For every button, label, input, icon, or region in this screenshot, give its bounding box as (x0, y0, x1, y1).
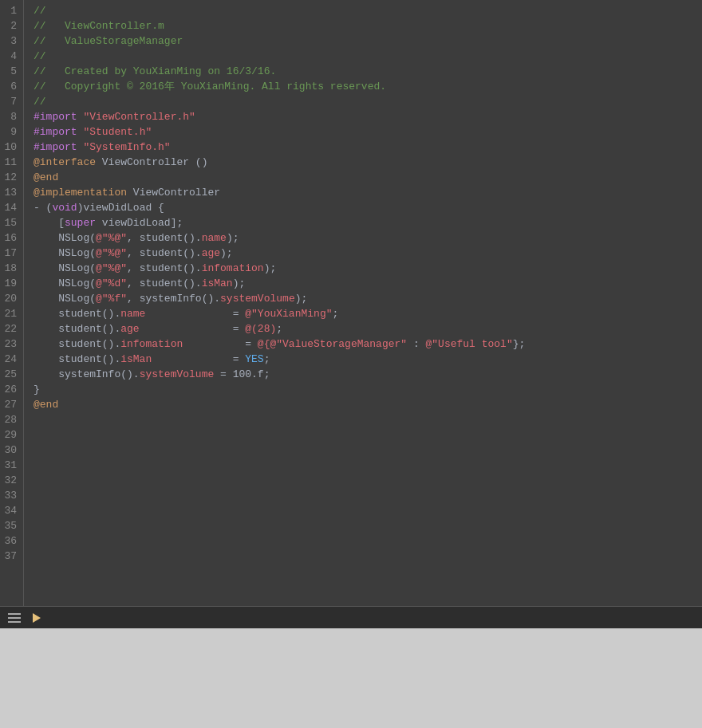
line-number: 25 (3, 367, 17, 382)
code-line: // (34, 49, 702, 64)
code-line: // ViewController.m (34, 18, 702, 33)
line-number: 18 (3, 261, 17, 276)
line-number: 20 (3, 291, 17, 306)
code-line: NSLog(@"%d", student().isMan); (34, 276, 702, 291)
line-number: 5 (3, 64, 17, 79)
code-line: NSLog(@"%@", student().infomation); (34, 261, 702, 276)
svg-rect-1 (8, 617, 21, 619)
code-line: // Created by YouXianMing on 16/3/16. (34, 64, 702, 79)
code-line: // (34, 3, 702, 18)
line-number: 22 (3, 321, 17, 336)
code-line: student().name = @"YouXianMing"; (34, 306, 702, 321)
code-line: // Copyright © 2016年 YouXianMing. All ri… (34, 79, 702, 94)
line-number: 8 (3, 109, 17, 124)
code-editor: 1234567891011121314151617181920212223242… (0, 0, 702, 628)
line-number: 15 (3, 215, 17, 230)
code-line: student().infomation = @{@"ValueStorageM… (34, 336, 702, 352)
line-number: 13 (3, 185, 17, 200)
line-number: 32 (3, 473, 17, 488)
code-line: // ValueStorageManager (34, 33, 702, 49)
line-number: 3 (3, 33, 17, 49)
toolbar (0, 606, 702, 628)
code-line: NSLog(@"%@", student().name); (34, 230, 702, 246)
line-number: 11 (3, 155, 17, 170)
line-number: 34 (3, 503, 17, 518)
line-number: 27 (3, 397, 17, 412)
code-line: @implementation ViewController (34, 185, 702, 200)
bottom-area (0, 628, 702, 728)
code-line: #import "SystemInfo.h" (34, 140, 702, 155)
line-number: 16 (3, 230, 17, 246)
code-line: #import "ViewController.h" (34, 109, 702, 124)
code-line: - (void)viewDidLoad { (34, 200, 702, 215)
code-area: 1234567891011121314151617181920212223242… (0, 0, 702, 606)
line-number: 33 (3, 488, 17, 503)
line-number: 24 (3, 352, 17, 367)
line-number: 30 (3, 443, 17, 458)
code-line: [super viewDidLoad]; (34, 215, 702, 230)
code-line: systemInfo().systemVolume = 100.f; (34, 367, 702, 382)
menu-icon[interactable] (6, 612, 22, 624)
code-line: student().isMan = YES; (34, 352, 702, 367)
code-line: @end (34, 397, 702, 412)
line-number: 6 (3, 79, 17, 94)
line-number: 14 (3, 200, 17, 215)
line-number: 12 (3, 170, 17, 185)
play-icon[interactable] (29, 612, 45, 624)
line-number: 10 (3, 140, 17, 155)
code-content[interactable]: //// ViewController.m// ValueStorageMana… (24, 0, 702, 606)
line-number: 26 (3, 382, 17, 397)
code-line: @interface ViewController () (34, 155, 702, 170)
line-number: 37 (3, 549, 17, 564)
line-number: 35 (3, 518, 17, 533)
code-line: @end (34, 170, 702, 185)
code-line: } (34, 382, 702, 397)
line-number: 21 (3, 306, 17, 321)
line-numbers: 1234567891011121314151617181920212223242… (0, 0, 24, 606)
code-line: NSLog(@"%@", student().age); (34, 246, 702, 261)
line-number: 7 (3, 94, 17, 109)
line-number: 23 (3, 336, 17, 352)
line-number: 2 (3, 18, 17, 33)
code-line: #import "Student.h" (34, 124, 702, 140)
line-number: 9 (3, 124, 17, 140)
svg-rect-0 (8, 613, 21, 615)
line-number: 29 (3, 427, 17, 443)
line-number: 19 (3, 276, 17, 291)
line-number: 36 (3, 533, 17, 549)
line-number: 28 (3, 412, 17, 427)
svg-rect-2 (8, 621, 21, 623)
code-line: student().age = @(28); (34, 321, 702, 336)
line-number: 1 (3, 3, 17, 18)
code-line: // (34, 94, 702, 109)
line-number: 4 (3, 49, 17, 64)
line-number: 17 (3, 246, 17, 261)
svg-marker-3 (33, 613, 41, 623)
line-number: 31 (3, 458, 17, 473)
code-line: NSLog(@"%f", systemInfo().systemVolume); (34, 291, 702, 306)
